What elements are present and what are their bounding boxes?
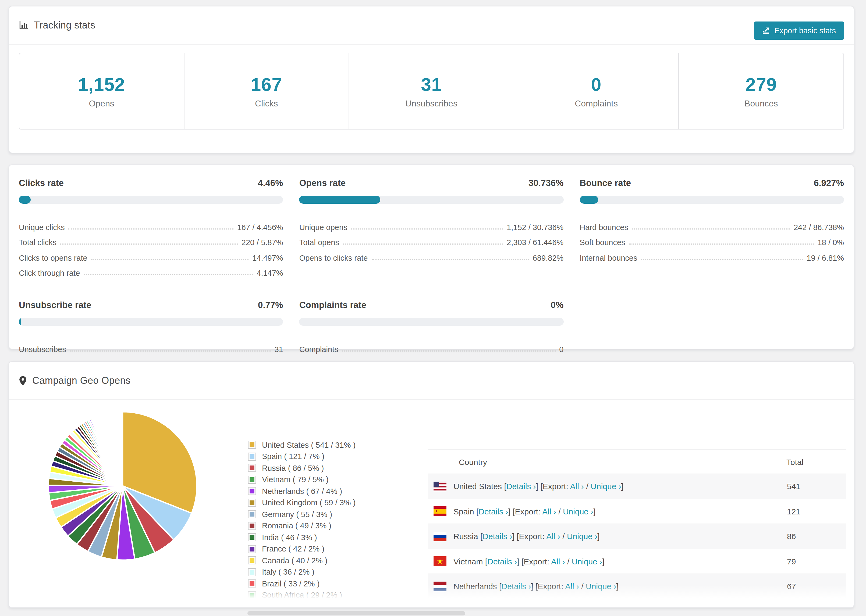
campaign-geo-opens-card: Campaign Geo Opens United States ( 541 /… <box>9 361 854 608</box>
progress-fill <box>579 196 598 204</box>
legend-label: United States ( 541 / 31% ) <box>262 441 356 449</box>
details-link[interactable]: Details › <box>515 607 545 608</box>
export-all-link[interactable]: All › <box>546 532 560 541</box>
divider <box>9 44 853 45</box>
rate-detail-row: Click through rate4.147% <box>19 262 283 277</box>
details-link[interactable]: Details › <box>501 582 531 591</box>
export-unique-link[interactable]: Unique › <box>572 557 602 566</box>
geo-table-row: Spain [Details ›] [Export: All › / Uniqu… <box>428 499 846 524</box>
export-unique-link[interactable]: Unique › <box>590 482 621 491</box>
map-pin-icon <box>19 376 27 386</box>
details-link[interactable]: Details › <box>482 532 512 541</box>
legend-item: South Africa ( 29 / 2% ) <box>248 589 356 601</box>
rate-value: 0% <box>551 300 564 310</box>
rate-detail-label: Total opens <box>299 238 339 247</box>
legend-swatch <box>248 522 256 530</box>
rate-section: Opens rate30.736%Unique opens1,152 / 30.… <box>299 178 564 277</box>
stat-value: 31 <box>421 74 442 95</box>
geo-table-row: Russia [Details ›] [Export: All › / Uniq… <box>428 524 846 549</box>
total-column-header: Total <box>786 457 803 466</box>
rate-title: Bounce rate <box>579 178 631 188</box>
rate-detail-row: Unsubscribes31 <box>19 338 283 354</box>
legend-label: India ( 46 / 3% ) <box>262 533 317 542</box>
legend-item: United Kingdom ( 59 / 3% ) <box>248 497 356 509</box>
flag-ru-icon <box>433 532 446 541</box>
export-unique-link[interactable]: Unique › <box>567 532 597 541</box>
rate-section: Bounce rate6.927%Hard bounces242 / 86.73… <box>579 178 844 277</box>
legend-item: Vietnam ( 79 / 5% ) <box>248 474 356 486</box>
export-unique-link[interactable]: Unique › <box>563 507 593 516</box>
details-link[interactable]: Details › <box>506 482 536 491</box>
rate-detail-label: Total clicks <box>19 238 57 247</box>
export-all-link[interactable]: All › <box>542 507 556 516</box>
progress-track <box>579 196 844 204</box>
export-unique-link[interactable]: Unique › <box>586 582 616 591</box>
legend-swatch <box>248 511 256 519</box>
rate-section: Clicks rate4.46%Unique clicks167 / 4.456… <box>19 178 283 277</box>
stat-value: 167 <box>251 74 282 95</box>
legend-item: Spain ( 121 / 7% ) <box>248 451 356 462</box>
stat-box: 31Unsubscribes <box>348 53 513 129</box>
country-name: United Kingdom <box>453 607 511 608</box>
rate-detail-value: 19 / 6.81% <box>806 253 844 262</box>
dotted-leader <box>91 259 249 260</box>
export-all-link[interactable]: All › <box>565 582 579 591</box>
legend-item: Netherlands ( 67 / 4% ) <box>248 486 356 497</box>
rate-title: Complaints rate <box>299 300 366 310</box>
flag-vn-icon <box>433 556 446 566</box>
export-unique-link[interactable]: Unique › <box>600 607 630 608</box>
export-all-link[interactable]: All › <box>570 482 584 491</box>
legend-label: Spain ( 121 / 7% ) <box>262 452 324 461</box>
rate-detail-label: Soft bounces <box>579 238 625 247</box>
stat-box: 1,152Opens <box>19 53 184 129</box>
rate-value: 0.77% <box>258 300 283 310</box>
details-link[interactable]: Details › <box>487 557 517 566</box>
rate-detail-label: Unsubscribes <box>19 345 66 354</box>
details-link[interactable]: Details › <box>479 507 508 516</box>
legend-item: India ( 46 / 3% ) <box>248 532 356 543</box>
geo-table-row: Vietnam [Details ›] [Export: All › / Uni… <box>428 549 846 574</box>
export-all-link[interactable]: All › <box>551 557 565 566</box>
stat-value: 279 <box>746 74 777 95</box>
rate-detail-row: Total clicks220 / 5.87% <box>19 231 283 247</box>
stat-box: 279Bounces <box>679 53 843 129</box>
rate-detail-value: 0 <box>559 345 564 354</box>
dotted-leader <box>70 350 271 351</box>
legend-swatch <box>248 533 256 542</box>
legend-swatch <box>248 441 256 449</box>
geo-table-row: Netherlands [Details ›] [Export: All › /… <box>428 574 846 599</box>
rate-value: 4.46% <box>258 178 283 188</box>
dotted-leader <box>60 244 238 245</box>
stat-label: Complaints <box>575 99 618 108</box>
stat-label: Clicks <box>255 99 278 108</box>
legend-label: Romania ( 49 / 3% ) <box>262 522 331 530</box>
bar-chart-icon <box>19 20 28 30</box>
rate-title: Opens rate <box>299 178 346 188</box>
stat-label: Bounces <box>745 99 778 108</box>
total-cell: 86 <box>787 532 846 541</box>
geo-table-header: CountryTotal <box>428 449 846 474</box>
rate-detail-label: Clicks to opens rate <box>19 253 87 262</box>
legend-label: Netherlands ( 67 / 4% ) <box>262 487 342 496</box>
country-cell: Netherlands [Details ›] [Export: All › /… <box>453 582 787 591</box>
rate-detail-value: 14.497% <box>252 253 283 262</box>
stat-label: Unsubscribes <box>405 99 457 108</box>
rate-detail-label: Internal bounces <box>579 253 637 262</box>
dotted-leader <box>83 274 253 275</box>
dotted-leader <box>69 228 233 229</box>
rate-detail-label: Unique opens <box>299 223 348 231</box>
rate-detail-value: 220 / 5.87% <box>241 238 283 247</box>
legend-swatch <box>248 580 256 588</box>
export-button-label: Export basic stats <box>774 26 836 35</box>
stat-box: 0Complaints <box>514 53 679 129</box>
export-basic-stats-button[interactable]: Export basic stats <box>754 22 844 40</box>
big-stats-row: 1,152Opens167Clicks31Unsubscribes0Compla… <box>19 53 844 130</box>
rate-detail-value: 31 <box>274 345 283 354</box>
rate-detail-value: 242 / 86.738% <box>794 223 844 231</box>
country-name: United States <box>453 482 502 491</box>
rate-value: 6.927% <box>814 178 844 188</box>
stat-value: 0 <box>591 74 601 95</box>
horizontal-scrollbar-thumb[interactable] <box>247 611 465 616</box>
dotted-leader <box>351 228 503 229</box>
export-all-link[interactable]: All › <box>579 607 593 608</box>
